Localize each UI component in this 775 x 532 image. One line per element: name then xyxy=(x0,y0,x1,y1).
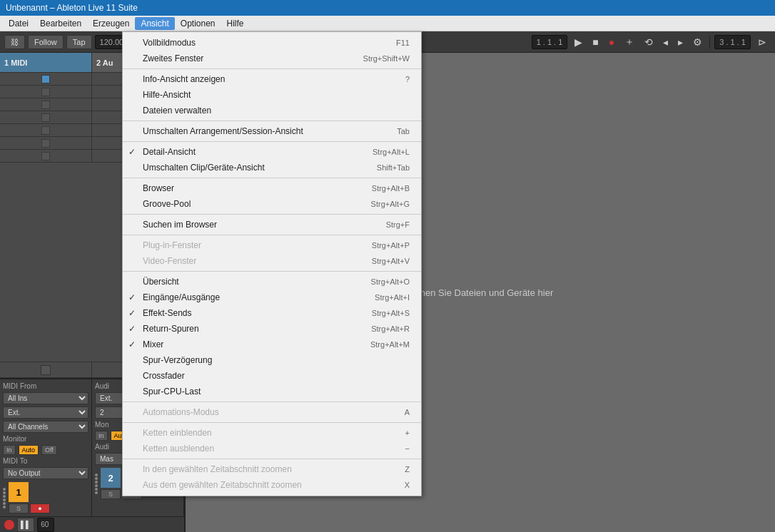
stop-button[interactable]: ■ xyxy=(589,35,601,49)
menu-item-ketten-ausblenden: Ketten ausblenden− xyxy=(123,441,421,456)
menu-item-suchen-browser[interactable]: Suchen im BrowserStrg+F xyxy=(123,217,421,232)
menu-item-label-hilfe-ansicht: Hilfe-Ansicht xyxy=(143,90,191,100)
dot-a4 xyxy=(95,484,98,487)
midi-from-row: MIDI From xyxy=(3,382,88,390)
follow-button[interactable]: Follow xyxy=(28,35,64,49)
menu-item-return-spuren[interactable]: ✓Return-SpurenStrg+Alt+R xyxy=(123,321,421,337)
menu-item-detail-ansicht[interactable]: ✓Detail-AnsichtStrg+Alt+L xyxy=(123,144,421,160)
clip-cell-5-1 xyxy=(0,124,92,136)
clip-cell-6-1 xyxy=(0,137,92,149)
end-position-display: 3 . 1 . 1 xyxy=(714,35,751,49)
record-button[interactable]: ● xyxy=(606,35,617,49)
monitor-off-btn[interactable]: Off xyxy=(41,445,57,455)
end-arrow[interactable]: ⊳ xyxy=(755,35,769,49)
dot-a1 xyxy=(95,474,98,476)
menu-optionen[interactable]: Optionen xyxy=(175,17,221,30)
menu-separator xyxy=(123,214,421,215)
menu-item-info-ansicht[interactable]: Info-Ansicht anzeigen? xyxy=(123,71,421,87)
menu-item-effekt-sends[interactable]: ✓Effekt-SendsStrg+Alt+S xyxy=(123,305,421,321)
menu-item-label-crossfader: Crossfader xyxy=(143,371,185,381)
menu-item-groove-pool[interactable]: Groove-PoolStrg+Alt+G xyxy=(123,196,421,212)
track-s-r-btns: S ● xyxy=(9,503,50,513)
play-button[interactable]: ▶ xyxy=(572,35,585,49)
clip-btn-2-1[interactable] xyxy=(41,88,50,96)
audio-mon-in-btn[interactable]: In xyxy=(95,431,108,441)
shortcut-vollbild: F11 xyxy=(375,39,410,47)
checkmark-icon: ✓ xyxy=(128,147,136,157)
menu-item-label-automations-modus: Automations-Modus xyxy=(143,407,219,417)
fwd-button[interactable]: ▸ xyxy=(675,35,686,49)
menu-item-label-detail-ansicht: Detail-Ansicht xyxy=(143,147,196,157)
menu-item-vollbild[interactable]: VollbildmodusF11 xyxy=(123,35,421,51)
clip-btn-4-1[interactable] xyxy=(41,113,50,122)
solo-btn[interactable]: S xyxy=(9,503,29,513)
all-ins-select[interactable]: All Ins xyxy=(3,392,88,404)
clip-btn-3-1[interactable] xyxy=(41,101,50,109)
record-arm-btn[interactable]: ● xyxy=(30,503,50,513)
settings-button[interactable]: ⚙ xyxy=(690,35,705,49)
dot-a3 xyxy=(95,481,98,484)
clip-btn-1-1[interactable] xyxy=(41,75,50,83)
clip-btn-5-1[interactable] xyxy=(41,126,50,135)
menu-datei[interactable]: Datei xyxy=(3,17,34,30)
menu-item-eingaenge[interactable]: ✓Eingänge/AusgängeStrg+Alt+I xyxy=(123,290,421,305)
menu-ansicht[interactable]: Ansicht xyxy=(135,17,174,30)
drop-text: Ziehen Sie Dateien und Geräte hier xyxy=(407,287,554,298)
menu-item-label-info-ansicht: Info-Ansicht anzeigen xyxy=(143,74,225,84)
ext-row: Ext. xyxy=(3,406,88,419)
menu-separator xyxy=(123,459,421,459)
menu-item-spur-verzoegerung[interactable]: Spur-Verzögerung xyxy=(123,352,421,368)
shortcut-mixer: Strg+Alt+M xyxy=(349,340,410,349)
add-button[interactable]: ＋ xyxy=(622,34,637,50)
menu-item-browser[interactable]: BrowserStrg+Alt+B xyxy=(123,180,421,196)
checkmark-icon: ✓ xyxy=(128,324,136,334)
ext-select[interactable]: Ext. xyxy=(3,406,88,419)
loop-button[interactable]: ⟲ xyxy=(642,35,656,49)
bottom-pause-btn[interactable]: ▌▌ xyxy=(17,518,34,532)
menu-item-label-plugin-fenster: Plug-in-Fenster xyxy=(143,240,201,250)
menu-separator xyxy=(123,141,421,142)
menu-item-label-return-spuren: Return-Spuren xyxy=(143,324,199,334)
menu-item-umschalten-arr[interactable]: Umschalten Arrangement/Session-AnsichtTa… xyxy=(123,123,421,139)
all-ins-row: All Ins xyxy=(3,392,88,404)
shortcut-suchen-browser: Strg+F xyxy=(365,220,410,229)
link-button[interactable]: ⛓ xyxy=(4,35,25,49)
bottom-rec-btn[interactable] xyxy=(4,520,14,530)
track-number-1[interactable]: 1 xyxy=(9,482,29,502)
menu-item-umschalten-clip[interactable]: Umschalten Clip/Geräte-AnsichtShift+Tab xyxy=(123,160,421,175)
clip-cell-7-1 xyxy=(0,150,92,162)
back-button[interactable]: ◂ xyxy=(660,35,671,49)
shortcut-zoom-out: X xyxy=(383,481,410,489)
dot1 xyxy=(3,488,6,491)
menu-separator xyxy=(123,271,421,272)
monitor-in-btn[interactable]: In xyxy=(3,445,16,455)
menu-item-uebersicht[interactable]: ÜbersichtStrg+Alt+O xyxy=(123,274,421,290)
menu-item-dateien[interactable]: Dateien verwalten xyxy=(123,103,421,118)
ansicht-dropdown: VollbildmodusF11Zweites FensterStrg+Shif… xyxy=(122,31,422,496)
menu-item-zweites-fenster[interactable]: Zweites FensterStrg+Shift+W xyxy=(123,51,421,66)
monitor-auto-btn[interactable]: Auto xyxy=(19,445,39,455)
clip-btn-7-1[interactable] xyxy=(41,152,50,160)
stop-btn-1[interactable] xyxy=(41,365,51,375)
menu-item-hilfe-ansicht[interactable]: Hilfe-Ansicht xyxy=(123,87,421,103)
menu-item-crossfader[interactable]: Crossfader xyxy=(123,368,421,384)
menu-erzeugen[interactable]: Erzeugen xyxy=(87,17,135,30)
menu-item-plugin-fenster: Plug-in-FensterStrg+Alt+P xyxy=(123,237,421,253)
menu-bearbeiten[interactable]: Bearbeiten xyxy=(34,17,87,30)
tap-button[interactable]: Tap xyxy=(66,35,92,49)
title-bar: Unbenannt – Ableton Live 11 Suite xyxy=(0,0,775,16)
menu-separator xyxy=(123,422,421,423)
clip-btn-6-1[interactable] xyxy=(41,139,50,148)
menu-item-mixer[interactable]: ✓MixerStrg+Alt+M xyxy=(123,337,421,352)
dot-a6 xyxy=(95,491,98,494)
menu-item-label-zoom-in: In den gewählten Zeitabschnitt zoomen xyxy=(143,464,292,474)
all-channels-select[interactable]: All Channels xyxy=(3,421,88,433)
menu-item-label-browser: Browser xyxy=(143,183,174,193)
shortcut-groove-pool: Strg+Alt+G xyxy=(350,200,410,208)
menu-hilfe[interactable]: Hilfe xyxy=(221,17,250,30)
no-output-select[interactable]: No Output xyxy=(3,467,88,479)
track-number-2[interactable]: 2 xyxy=(101,468,121,488)
audio-solo-btn[interactable]: S xyxy=(101,489,121,499)
menu-item-spur-cpu[interactable]: Spur-CPU-Last xyxy=(123,384,421,399)
shortcut-umschalten-clip: Shift+Tab xyxy=(355,163,410,172)
